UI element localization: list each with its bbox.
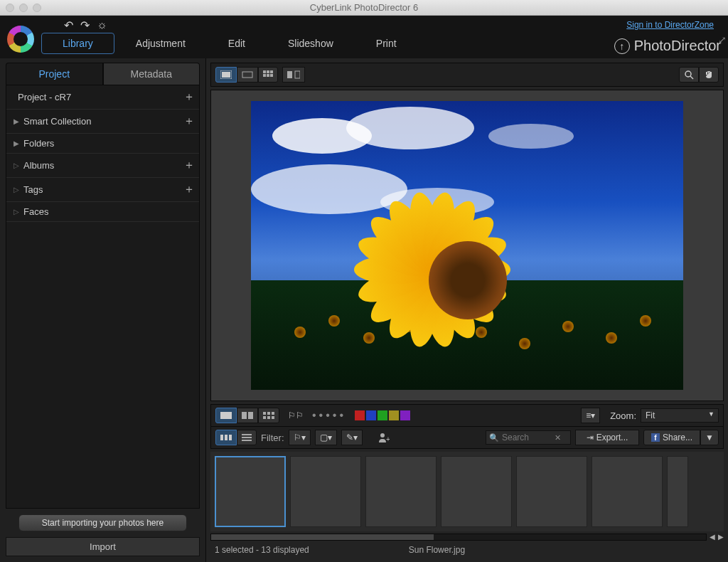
thumbnail[interactable] xyxy=(441,456,512,527)
view-compare-icon[interactable] xyxy=(237,67,258,83)
expand-icon[interactable]: ▷ xyxy=(14,186,19,193)
import-button[interactable]: Import xyxy=(6,537,200,556)
view-mode-group xyxy=(215,67,278,83)
color-label-red[interactable] xyxy=(355,410,365,420)
thumbnail[interactable] xyxy=(667,456,688,527)
flag-tool-icon[interactable]: ⚐⚐ xyxy=(284,408,308,423)
tree-smart-collection[interactable]: ▶Smart Collection ＋ xyxy=(6,110,199,134)
svg-rect-3 xyxy=(263,70,266,73)
svg-rect-4 xyxy=(267,70,269,73)
share-dropdown-icon[interactable]: ▼ xyxy=(700,430,719,445)
fullscreen-icon[interactable]: ⤢ xyxy=(718,34,727,46)
thumb-list-icon[interactable] xyxy=(237,430,257,445)
share-button[interactable]: fShare... xyxy=(643,430,700,445)
rating-dots[interactable]: ••••• xyxy=(312,409,346,422)
face-tag-icon[interactable]: + xyxy=(374,430,394,445)
scrollbar-thumb[interactable] xyxy=(211,534,434,540)
header-quick-icons: ↶ ↷ ☼ xyxy=(64,18,107,32)
hand-pan-icon[interactable] xyxy=(699,67,719,83)
svg-rect-23 xyxy=(225,435,228,440)
tab-slideshow[interactable]: Slideshow xyxy=(267,33,355,54)
view-single-icon[interactable] xyxy=(215,67,237,83)
sidebar-tabs: Project Metadata xyxy=(0,58,205,85)
share-label: Share... xyxy=(663,433,692,442)
color-label-purple[interactable] xyxy=(400,410,410,420)
color-label-green[interactable] xyxy=(378,410,387,420)
tree-label: Albums xyxy=(23,160,54,171)
search-icon: 🔍 xyxy=(489,433,499,442)
tree-project-root[interactable]: Project - cR7 ＋ xyxy=(6,85,199,110)
status-bar: 1 selected - 13 displayed Sun Flower.jpg xyxy=(210,542,724,558)
tree-faces[interactable]: ▷Faces xyxy=(6,202,199,222)
export-icon: ⇥ xyxy=(587,433,594,442)
view-grid-icon[interactable] xyxy=(258,67,278,83)
body: Project Metadata Project - cR7 ＋ ▶Smart … xyxy=(0,58,728,562)
layout-single-icon[interactable] xyxy=(215,408,237,423)
settings-gear-icon[interactable]: ☼ xyxy=(97,18,107,32)
filter-label-icon[interactable]: ▢▾ xyxy=(315,430,337,445)
svg-point-11 xyxy=(685,71,691,77)
layout-grid-icon[interactable] xyxy=(258,408,279,423)
expand-icon[interactable]: ▶ xyxy=(14,139,19,147)
clear-search-icon[interactable]: ✕ xyxy=(555,433,561,442)
thumbnail[interactable] xyxy=(365,456,437,527)
filmstrip[interactable] xyxy=(210,452,724,531)
redo-icon[interactable]: ↷ xyxy=(80,18,90,32)
upload-circle-icon: ↑ xyxy=(614,38,630,54)
facebook-icon: f xyxy=(651,433,660,442)
tab-edit[interactable]: Edit xyxy=(207,33,267,54)
tree-label: Tags xyxy=(23,184,43,195)
app-logo-icon xyxy=(7,26,34,53)
nav-next-icon[interactable]: ▶ xyxy=(718,533,724,541)
expand-icon[interactable]: ▷ xyxy=(14,161,19,169)
signin-link[interactable]: Sign in to DirectorZone xyxy=(626,20,714,30)
search-box[interactable]: 🔍 ✕ xyxy=(486,430,571,445)
preview-area[interactable] xyxy=(210,90,724,401)
layout-split-icon[interactable] xyxy=(237,408,258,423)
brand-text: PhotoDirector xyxy=(634,38,721,54)
search-input[interactable] xyxy=(502,433,552,442)
tab-library[interactable]: Library xyxy=(41,33,114,54)
scrollbar[interactable] xyxy=(210,534,707,541)
tree-tags[interactable]: ▷Tags ＋ xyxy=(6,178,199,202)
export-label: Export... xyxy=(596,433,628,442)
tree-albums[interactable]: ▷Albums ＋ xyxy=(6,154,199,178)
nav-prev-icon[interactable]: ◀ xyxy=(710,533,715,541)
color-label-blue[interactable] xyxy=(366,410,376,420)
thumbnail[interactable] xyxy=(592,456,663,527)
import-section: Start importing your photos here Import xyxy=(0,509,205,562)
expand-icon[interactable]: ▶ xyxy=(14,117,19,125)
mac-titlebar: CyberLink PhotoDirector 6 xyxy=(0,0,728,16)
export-button[interactable]: ⇥Export... xyxy=(575,430,639,445)
thumb-strip-icon[interactable] xyxy=(215,430,237,445)
color-labels xyxy=(355,410,410,420)
sidebar-tab-project[interactable]: Project xyxy=(6,63,103,85)
expand-icon[interactable]: ▷ xyxy=(14,208,19,216)
zoom-select[interactable]: Fit xyxy=(641,408,719,423)
tree-label: Project - cR7 xyxy=(18,92,71,102)
tree-label: Folders xyxy=(23,138,54,149)
tab-print[interactable]: Print xyxy=(355,33,418,54)
tree-folders[interactable]: ▶Folders xyxy=(6,134,199,154)
sidebar-tab-metadata[interactable]: Metadata xyxy=(103,63,200,85)
undo-icon[interactable]: ↶ xyxy=(64,18,73,32)
thumbnail[interactable] xyxy=(516,456,587,527)
photo-preview xyxy=(251,101,683,390)
add-icon[interactable]: ＋ xyxy=(183,182,195,197)
add-icon[interactable]: ＋ xyxy=(183,90,195,105)
filter-brush-icon[interactable]: ✎▾ xyxy=(341,430,363,445)
tab-adjustment[interactable]: Adjustment xyxy=(114,33,207,54)
magnifier-icon[interactable] xyxy=(679,67,699,83)
svg-rect-8 xyxy=(270,74,273,77)
mirror-icon[interactable] xyxy=(282,67,305,83)
share-group: fShare... ▼ xyxy=(643,430,719,445)
thumbnail[interactable] xyxy=(215,456,286,527)
zoom-label: Zoom: xyxy=(610,410,636,421)
svg-line-12 xyxy=(690,76,693,79)
thumbnail[interactable] xyxy=(290,456,361,527)
color-label-yellow[interactable] xyxy=(389,410,399,420)
add-icon[interactable]: ＋ xyxy=(183,114,195,129)
add-icon[interactable]: ＋ xyxy=(183,158,195,173)
filter-flag-icon[interactable]: ⚐▾ xyxy=(289,430,311,445)
sort-menu-icon[interactable]: ≡▾ xyxy=(581,408,600,423)
